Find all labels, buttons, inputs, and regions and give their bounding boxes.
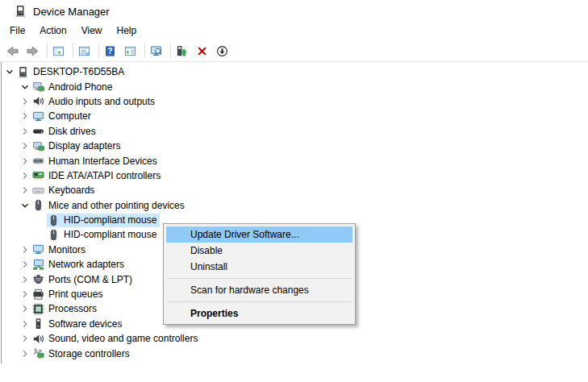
console-tree-icon <box>52 45 65 57</box>
toolbar-separator <box>144 44 145 58</box>
software-device-icon <box>32 318 44 330</box>
back-button[interactable] <box>4 42 24 60</box>
chevron-down-icon[interactable] <box>18 199 31 212</box>
forward-button[interactable] <box>24 42 44 60</box>
portable-device-icon <box>32 81 44 93</box>
update-driver-icon <box>176 45 188 57</box>
row-content: Display adapters <box>31 139 123 153</box>
chevron-right-icon[interactable] <box>18 110 31 122</box>
computer-pc-icon <box>17 66 29 78</box>
menu-view[interactable]: View <box>74 23 110 38</box>
menu-help[interactable]: Help <box>110 23 144 38</box>
chevron-right-icon[interactable] <box>18 347 31 360</box>
chevron-right-icon[interactable] <box>18 125 31 138</box>
tree-item-label: Keyboards <box>48 185 94 196</box>
tree-item-keyboards[interactable]: Keyboards <box>0 183 588 197</box>
chevron-right-icon[interactable] <box>18 258 31 271</box>
row-content: Print queues <box>31 288 106 301</box>
properties-window-icon <box>78 45 90 57</box>
scan-for-hardware-changes-button[interactable] <box>148 42 168 60</box>
chevron-right-icon[interactable] <box>18 332 31 345</box>
tree-item-human-interface-devices[interactable]: Human Interface Devices <box>0 153 588 168</box>
context-menu-item-update-driver-software[interactable]: Update Driver Software... <box>166 226 352 243</box>
row-content: Computer <box>31 110 94 123</box>
tree-item-display-adapters[interactable]: Display adapters <box>0 139 588 153</box>
row-content: IDE ATA/ATAPI controllers <box>31 168 164 182</box>
chevron-right-icon[interactable] <box>18 302 31 315</box>
window-title: Device Manager <box>33 6 110 18</box>
tree-item-label: Mice and other pointing devices <box>48 200 185 211</box>
tree-item-label: Software devices <box>48 318 122 330</box>
chevron-spacer <box>33 214 47 226</box>
chevron-right-icon[interactable] <box>18 95 31 108</box>
show-console-tree-button[interactable] <box>50 42 70 60</box>
toolbar-separator <box>47 44 48 58</box>
chevron-right-icon[interactable] <box>18 318 31 330</box>
row-content: Network adapters <box>31 258 127 272</box>
title-bar: Device Manager <box>0 0 588 23</box>
menu-action[interactable]: Action <box>32 23 73 38</box>
tree-item-audio-inputs-and-outputs[interactable]: Audio inputs and outputs <box>0 94 588 109</box>
row-content: Mice and other pointing devices <box>31 198 188 212</box>
tree-item-label: DESKTOP-T6D55BA <box>33 66 124 77</box>
tree-item-sound-video-and-game-controllers[interactable]: Sound, video and game controllers <box>0 331 588 346</box>
tree-item-ide-ata-atapi-controllers[interactable]: IDE ATA/ATAPI controllers <box>0 168 588 183</box>
row-content: Human Interface Devices <box>31 154 161 168</box>
row-content: Ports (COM & LPT) <box>31 272 136 286</box>
tree-item-computer[interactable]: Computer <box>0 109 588 123</box>
chevron-right-icon[interactable] <box>18 155 31 168</box>
monitor-icon <box>32 243 44 255</box>
row-content: Processors <box>31 302 100 316</box>
uninstall-button[interactable] <box>194 42 214 60</box>
svg-text:?: ? <box>107 47 112 56</box>
chevron-down-icon[interactable] <box>18 81 31 93</box>
mouse-icon <box>32 199 44 211</box>
forward-icon <box>27 45 39 57</box>
disable-button[interactable] <box>214 42 234 60</box>
menu-file[interactable]: File <box>2 23 32 38</box>
device-manager-window: Device Manager FileActionViewHelp ? DESK… <box>0 0 588 382</box>
tree-item-label: Monitors <box>48 244 85 255</box>
selected-row-content: HID-compliant mouse <box>47 214 160 227</box>
speaker-icon <box>32 95 44 107</box>
toolbar-separator <box>98 44 99 58</box>
tree-item-label: Computer <box>48 110 91 122</box>
show-properties-button[interactable] <box>76 42 96 60</box>
tree-item-disk-drives[interactable]: Disk drives <box>0 124 588 139</box>
help-button[interactable]: ? <box>102 42 122 60</box>
row-content: Keyboards <box>31 184 98 197</box>
row-content: Disk drives <box>31 124 99 138</box>
tree-item-label: Sound, video and game controllers <box>48 333 198 344</box>
row-content: Sound, video and game controllers <box>31 332 201 346</box>
context-menu-item-properties[interactable]: Properties <box>166 305 352 322</box>
tree-item-storage-controllers[interactable]: Storage controllers <box>0 346 588 360</box>
tree-item-mice-and-other-pointing-devices[interactable]: Mice and other pointing devices <box>0 198 588 213</box>
row-content: Software devices <box>31 317 125 330</box>
chevron-right-icon[interactable] <box>18 243 31 256</box>
show-action-pane-button[interactable] <box>122 42 142 60</box>
chevron-right-icon[interactable] <box>18 139 31 152</box>
tree-item-label: Print queues <box>48 289 102 300</box>
tree-item-label: HID-compliant mouse <box>64 229 156 240</box>
context-menu-item-disable-device[interactable]: Disable <box>166 243 352 259</box>
update-driver-button[interactable] <box>173 42 194 60</box>
tree-item-desktop-t6d55ba[interactable]: DESKTOP-T6D55BA <box>0 64 588 79</box>
tree-item-label: Storage controllers <box>48 348 130 359</box>
chevron-spacer <box>33 228 47 241</box>
context-menu-item-scan-hardware-changes[interactable]: Scan for hardware changes <box>166 282 352 298</box>
tree-item-android-phone[interactable]: Android Phone <box>0 79 588 93</box>
chevron-right-icon[interactable] <box>18 184 31 197</box>
mouse-icon <box>48 229 60 241</box>
controller-card-icon <box>32 169 44 181</box>
chevron-down-icon[interactable] <box>2 65 16 78</box>
menu-bar: FileActionViewHelp <box>0 23 144 39</box>
tree-item-label: Disk drives <box>48 126 96 137</box>
serial-port-icon <box>32 273 44 285</box>
context-menu-item-uninstall-device[interactable]: Uninstall <box>166 259 352 275</box>
keyboard-icon <box>32 185 44 197</box>
chevron-right-icon[interactable] <box>18 169 31 182</box>
chevron-right-icon[interactable] <box>18 288 31 301</box>
network-adapter-icon <box>32 259 44 271</box>
chevron-right-icon[interactable] <box>18 273 31 286</box>
processor-icon <box>32 303 44 315</box>
